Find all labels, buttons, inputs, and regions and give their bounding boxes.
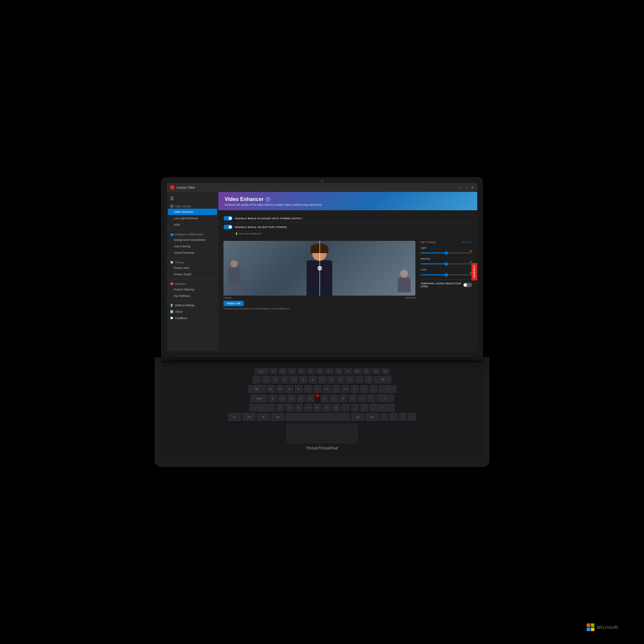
ctrl-key[interactable]: Ctrl bbox=[242, 413, 256, 421]
z-key[interactable]: Z bbox=[276, 403, 284, 412]
tnr-toggle[interactable] bbox=[463, 283, 472, 287]
7-key[interactable]: 7 bbox=[318, 375, 326, 384]
f3-key[interactable]: F3 bbox=[288, 368, 296, 374]
lbracket-key[interactable]: [ bbox=[360, 385, 368, 393]
1-key[interactable]: 1 bbox=[262, 375, 270, 384]
light-slider[interactable] bbox=[421, 252, 472, 253]
k-key[interactable]: K bbox=[339, 394, 347, 403]
p-key[interactable]: P bbox=[351, 385, 359, 393]
f2-key[interactable]: F2 bbox=[279, 368, 287, 374]
9-key[interactable]: 9 bbox=[336, 375, 345, 384]
sidebar-item-battery-settings[interactable]: 🔋 Battery Settings bbox=[167, 302, 218, 308]
reset-button[interactable]: RESET ↺ bbox=[462, 241, 472, 244]
sidebar-item-about[interactable]: ℹ️ About bbox=[167, 308, 218, 315]
enter-key[interactable]: ↵ bbox=[379, 385, 396, 393]
f8-key[interactable]: F8 bbox=[335, 368, 343, 374]
maximize-button[interactable]: □ bbox=[465, 186, 468, 189]
enter2-key[interactable]: ↵ bbox=[376, 394, 394, 403]
minus-key[interactable]: - bbox=[355, 375, 364, 384]
f1-key[interactable]: F1 bbox=[269, 368, 278, 374]
i-key[interactable]: I bbox=[332, 385, 340, 393]
backspace-key[interactable]: ⌫ bbox=[374, 375, 392, 384]
sidebar-item-low-light-enhancer[interactable]: Low Light Enhancer bbox=[167, 215, 218, 222]
sidebar-item-eye-wellness[interactable]: Eye Wellness bbox=[167, 293, 218, 299]
down-arrow-key[interactable]: ↓ bbox=[399, 413, 407, 421]
u-key[interactable]: U bbox=[323, 385, 331, 393]
v-key[interactable]: V bbox=[304, 403, 312, 412]
t-key[interactable]: T bbox=[304, 385, 312, 393]
j-key[interactable]: J bbox=[330, 394, 338, 403]
b-key[interactable]: B bbox=[313, 403, 322, 412]
hamburger-menu-button[interactable]: ☰ bbox=[167, 194, 218, 203]
del-key[interactable]: Del bbox=[381, 368, 390, 374]
right-arrow-key[interactable]: → bbox=[408, 413, 416, 421]
win-key[interactable]: ⊞ bbox=[257, 413, 270, 421]
n-key[interactable]: N bbox=[323, 403, 331, 412]
lshift-key[interactable]: ⇧ bbox=[249, 403, 275, 412]
sidebar-item-feedback[interactable]: 💬 Feedback bbox=[167, 315, 218, 321]
sidebar-item-hdr[interactable]: HDR bbox=[167, 222, 218, 228]
f9-key[interactable]: F9 bbox=[344, 368, 352, 374]
f5-key[interactable]: F5 bbox=[307, 368, 315, 374]
a-key[interactable]: A bbox=[269, 394, 277, 403]
q-key[interactable]: Q bbox=[267, 385, 275, 393]
3-key[interactable]: 3 bbox=[280, 375, 289, 384]
toggle-battery[interactable] bbox=[223, 225, 232, 229]
r-key[interactable]: R bbox=[295, 385, 303, 393]
period-key[interactable]: . bbox=[351, 403, 359, 412]
sidebar-item-auto-framing[interactable]: Auto Framing bbox=[167, 243, 218, 250]
f10-key[interactable]: F10 bbox=[353, 368, 362, 374]
video-on-button[interactable]: VIDEO ON bbox=[223, 301, 244, 306]
semicolon-key[interactable]: ; bbox=[358, 394, 366, 403]
f6-key[interactable]: F6 bbox=[316, 368, 324, 374]
sidebar-item-background-concealment[interactable]: Background Concealment bbox=[167, 237, 218, 243]
backtick-key[interactable]: ` bbox=[252, 375, 261, 384]
g-key[interactable]: G bbox=[306, 394, 315, 403]
sidebar-item-privacy-guard[interactable]: Privacy Guard bbox=[167, 271, 218, 278]
toggle-plugged-in[interactable] bbox=[223, 216, 232, 221]
rbracket-key[interactable]: ] bbox=[369, 385, 378, 393]
h-key[interactable]: H bbox=[320, 394, 329, 403]
f4-key[interactable]: F4 bbox=[297, 368, 306, 374]
left-arrow-key[interactable]: ← bbox=[380, 413, 388, 421]
sidebar-item-posture-warning[interactable]: Posture Warning bbox=[167, 286, 218, 293]
rshift-key[interactable]: ⇧ bbox=[369, 403, 395, 412]
intensity-slider[interactable] bbox=[421, 263, 472, 264]
sidebar-item-virtual-presenter[interactable]: Virtual Presenter bbox=[167, 250, 218, 256]
m-key[interactable]: M bbox=[332, 403, 340, 412]
caps-key[interactable]: Caps bbox=[250, 394, 268, 403]
up-arrow-key[interactable]: ↑ bbox=[389, 413, 398, 421]
sidebar-item-video-enhancer[interactable]: Video Enhancer bbox=[168, 209, 217, 215]
4-key[interactable]: 4 bbox=[290, 375, 298, 384]
y-key[interactable]: Y bbox=[313, 385, 322, 393]
c-key[interactable]: C bbox=[295, 403, 303, 412]
altgr-key[interactable]: Alt bbox=[351, 413, 365, 421]
sidebar-item-privacy-alert[interactable]: Privacy Alert bbox=[167, 265, 218, 271]
minimize-button[interactable]: — bbox=[459, 186, 462, 189]
touchpad[interactable] bbox=[287, 424, 357, 443]
slash-key[interactable]: / bbox=[360, 403, 368, 412]
l-key[interactable]: L bbox=[348, 394, 357, 403]
e-key[interactable]: E bbox=[285, 385, 294, 393]
w-key[interactable]: W bbox=[276, 385, 284, 393]
o-key[interactable]: O bbox=[341, 385, 350, 393]
rctrl-key[interactable]: Ctrl bbox=[365, 413, 379, 421]
f7-key[interactable]: F7 bbox=[325, 368, 334, 374]
help-icon[interactable]: ? bbox=[266, 197, 270, 202]
0-key[interactable]: 0 bbox=[346, 375, 354, 384]
x-key[interactable]: X bbox=[285, 403, 294, 412]
color-slider[interactable] bbox=[421, 274, 472, 275]
light-slider-thumb[interactable] bbox=[445, 251, 448, 255]
s-key[interactable]: S bbox=[278, 394, 287, 403]
f11-key[interactable]: F11 bbox=[363, 368, 371, 374]
5-key[interactable]: 5 bbox=[299, 375, 308, 384]
color-slider-thumb[interactable] bbox=[445, 273, 448, 277]
2-key[interactable]: 2 bbox=[271, 375, 279, 384]
space-key[interactable] bbox=[286, 413, 350, 421]
fn-key[interactable]: Fn bbox=[228, 413, 241, 421]
tab-key[interactable]: Tab bbox=[248, 385, 266, 393]
quote-key[interactable]: ' bbox=[367, 394, 375, 403]
alt-key[interactable]: Alt bbox=[271, 413, 285, 421]
close-button[interactable]: ✕ bbox=[471, 186, 474, 189]
comma-key[interactable]: , bbox=[341, 403, 350, 412]
